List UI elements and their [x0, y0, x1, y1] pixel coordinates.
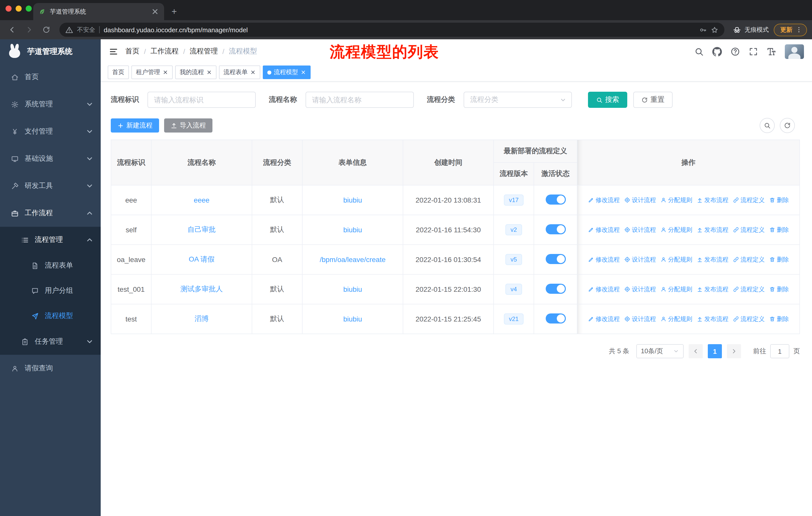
sidebar-item-task[interactable]: 任务管理 [0, 329, 101, 355]
browser-tab[interactable]: 芋道管理系统 [33, 3, 164, 20]
view-tag[interactable]: 首页 [108, 65, 129, 79]
active-toggle[interactable] [546, 283, 566, 294]
next-page-button[interactable] [727, 344, 741, 358]
import-process-button[interactable]: 导入流程 [164, 118, 212, 133]
font-size-icon[interactable] [767, 47, 776, 56]
action-publish-link[interactable]: 发布流程 [697, 225, 728, 234]
active-toggle[interactable] [546, 194, 566, 204]
process-name-input[interactable] [306, 92, 414, 108]
browser-menu-icon[interactable] [795, 26, 803, 33]
header-search-icon[interactable] [694, 47, 704, 56]
form-info-link[interactable]: biubiu [343, 285, 362, 293]
bookmark-star-icon[interactable] [711, 26, 718, 33]
sidebar-item-yen[interactable]: 支付管理 [0, 118, 101, 145]
action-publish-link[interactable]: 发布流程 [697, 285, 728, 294]
action-trash-link[interactable]: 删除 [769, 315, 789, 323]
action-assign-link[interactable]: 分配规则 [661, 255, 692, 264]
sidebar-item-gear[interactable]: 系统管理 [0, 91, 101, 118]
action-publish-link[interactable]: 发布流程 [697, 315, 728, 323]
prev-page-button[interactable] [689, 344, 703, 358]
view-tag[interactable]: 我的流程 [175, 65, 216, 79]
action-design-link[interactable]: 设计流程 [624, 225, 656, 234]
view-tag[interactable]: 租户管理 [132, 65, 173, 79]
toggle-search-button[interactable] [760, 118, 775, 133]
form-info-link[interactable]: biubiu [343, 315, 362, 323]
sidebar-item-send[interactable]: 流程模型 [0, 303, 101, 329]
process-name-link[interactable]: 滔博 [195, 315, 209, 323]
action-design-link[interactable]: 设计流程 [624, 315, 656, 323]
create-process-button[interactable]: 新建流程 [111, 118, 159, 133]
sidebar-item-briefcase[interactable]: 工作流程 [0, 199, 101, 227]
process-name-link[interactable]: OA 请假 [189, 255, 215, 263]
sidebar-item-infra[interactable]: 基础设施 [0, 145, 101, 172]
action-assign-link[interactable]: 分配规则 [661, 196, 692, 204]
sidebar-item-tools[interactable]: 研发工具 [0, 172, 101, 199]
action-design-link[interactable]: 设计流程 [624, 196, 656, 204]
reload-button[interactable] [39, 23, 53, 37]
action-link-link[interactable]: 流程定义 [733, 196, 765, 204]
action-publish-link[interactable]: 发布流程 [697, 255, 728, 264]
active-toggle[interactable] [546, 224, 566, 234]
form-info-link[interactable]: /bpm/oa/leave/create [320, 255, 386, 264]
form-info-link[interactable]: biubiu [343, 196, 362, 204]
action-link-link[interactable]: 流程定义 [733, 225, 765, 234]
action-publish-link[interactable]: 发布流程 [697, 196, 728, 204]
action-assign-link[interactable]: 分配规则 [661, 225, 692, 234]
macos-close-button[interactable] [5, 5, 11, 11]
browser-update-button[interactable]: 更新 [774, 23, 807, 36]
active-toggle[interactable] [546, 254, 566, 264]
process-name-link[interactable]: 自己审批 [187, 225, 216, 233]
action-edit-link[interactable]: 修改流程 [588, 255, 620, 264]
action-design-link[interactable]: 设计流程 [624, 255, 656, 264]
view-tag[interactable]: 流程模型 [263, 65, 311, 79]
action-link-link[interactable]: 流程定义 [733, 255, 765, 264]
password-key-icon[interactable] [699, 26, 707, 33]
action-assign-link[interactable]: 分配规则 [661, 315, 692, 323]
sidebar-item-chat[interactable]: 用户分组 [0, 278, 101, 303]
process-name-link[interactable]: 测试多审批人 [180, 285, 223, 293]
action-assign-link[interactable]: 分配规则 [661, 285, 692, 294]
page-size-select[interactable]: 10条/页 [636, 344, 684, 358]
forward-button[interactable] [22, 23, 36, 37]
tag-close-icon[interactable] [163, 70, 168, 75]
action-trash-link[interactable]: 删除 [769, 255, 789, 264]
action-edit-link[interactable]: 修改流程 [588, 225, 620, 234]
sidebar-item-doc[interactable]: 流程表单 [0, 253, 101, 278]
process-name-link[interactable]: eeee [194, 196, 209, 204]
back-button[interactable] [5, 23, 19, 37]
category-select[interactable]: 流程分类 [464, 92, 572, 108]
refresh-table-button[interactable] [780, 118, 795, 133]
action-edit-link[interactable]: 修改流程 [588, 315, 620, 323]
macos-zoom-button[interactable] [26, 5, 32, 11]
action-edit-link[interactable]: 修改流程 [588, 285, 620, 294]
macos-minimize-button[interactable] [16, 5, 22, 11]
user-avatar[interactable] [785, 44, 804, 59]
action-trash-link[interactable]: 删除 [769, 285, 789, 294]
github-icon[interactable] [712, 47, 722, 56]
page-number-1[interactable]: 1 [708, 344, 722, 358]
active-toggle[interactable] [546, 313, 566, 323]
tag-close-icon[interactable] [206, 70, 212, 75]
address-bar[interactable]: 不安全 dashboard.yudao.iocoder.cn/bpm/manag… [59, 23, 724, 37]
process-key-input[interactable] [147, 92, 256, 108]
action-trash-link[interactable]: 删除 [769, 225, 789, 234]
action-link-link[interactable]: 流程定义 [733, 315, 765, 323]
breadcrumb-item[interactable]: 首页 [125, 47, 140, 56]
action-design-link[interactable]: 设计流程 [624, 285, 656, 294]
sidebar-toggle-button[interactable] [101, 47, 125, 56]
tag-close-icon[interactable] [300, 70, 306, 75]
tab-close-icon[interactable] [151, 7, 159, 16]
action-link-link[interactable]: 流程定义 [733, 285, 765, 294]
action-edit-link[interactable]: 修改流程 [588, 196, 620, 204]
fullscreen-icon[interactable] [749, 47, 758, 56]
action-trash-link[interactable]: 删除 [769, 196, 789, 204]
form-info-link[interactable]: biubiu [343, 226, 362, 234]
breadcrumb-item[interactable]: 流程管理 [190, 47, 218, 56]
tag-close-icon[interactable] [250, 70, 256, 75]
reset-button[interactable]: 重置 [633, 92, 672, 108]
sidebar-item-home[interactable]: 首页 [0, 63, 101, 91]
breadcrumb-item[interactable]: 工作流程 [150, 47, 179, 56]
help-icon[interactable] [730, 47, 740, 56]
sidebar-item-person[interactable]: 请假查询 [0, 355, 101, 382]
goto-page-input[interactable] [770, 344, 789, 358]
